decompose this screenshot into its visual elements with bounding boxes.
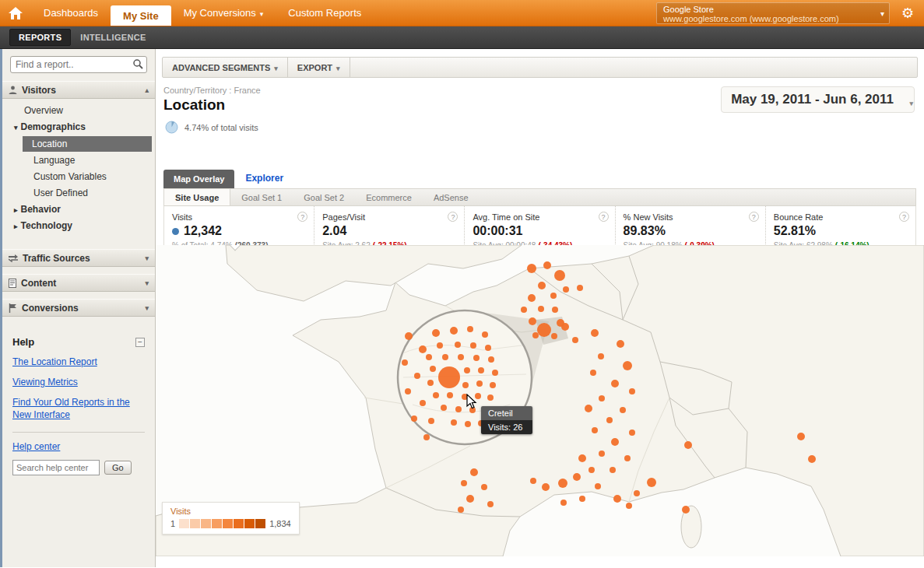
help-icon[interactable]: ?: [448, 212, 458, 222]
city-dot[interactable]: [420, 400, 426, 406]
city-dot[interactable]: [598, 353, 604, 359]
help-link-find-your-old-reports-in-the-new-interface[interactable]: Find Your Old Reports in the New Interfa…: [12, 396, 145, 421]
city-dot[interactable]: [588, 467, 595, 473]
city-dot[interactable]: [542, 483, 550, 491]
city-dot[interactable]: [402, 359, 408, 366]
city-dot[interactable]: [492, 370, 498, 376]
city-dot[interactable]: [550, 293, 557, 299]
sidebar-item-location[interactable]: Location: [23, 136, 152, 152]
city-dot[interactable]: [455, 406, 462, 412]
city-dot[interactable]: [426, 354, 432, 360]
city-dot[interactable]: [585, 405, 592, 412]
city-dot[interactable]: [482, 331, 488, 338]
city-dot[interactable]: [430, 366, 436, 372]
city-dot[interactable]: [590, 370, 596, 376]
city-dot[interactable]: [552, 307, 558, 313]
city-dot[interactable]: [432, 329, 440, 337]
city-dot[interactable]: [530, 478, 536, 484]
city-dot[interactable]: [481, 484, 487, 490]
city-dot[interactable]: [599, 395, 605, 401]
city-dot[interactable]: [629, 430, 635, 436]
city-dot[interactable]: [579, 496, 585, 502]
help-icon[interactable]: ?: [749, 212, 759, 222]
city-dot[interactable]: [599, 451, 605, 457]
city-dot[interactable]: [464, 367, 470, 373]
city-dot[interactable]: [647, 478, 656, 487]
sidebar-section-content[interactable]: Content: [2, 274, 155, 292]
city-dot[interactable]: [490, 382, 496, 388]
city-dot[interactable]: [611, 438, 619, 446]
help-search-input[interactable]: [12, 460, 100, 475]
city-dot[interactable]: [411, 415, 417, 422]
city-dot[interactable]: [606, 417, 613, 423]
city-dot[interactable]: [577, 285, 583, 291]
city-dot[interactable]: [617, 340, 624, 348]
city-dot[interactable]: [405, 332, 413, 340]
search-icon[interactable]: [133, 59, 143, 69]
city-dot[interactable]: [462, 382, 469, 388]
city-dot[interactable]: [532, 332, 539, 338]
city-dot[interactable]: [476, 380, 483, 387]
city-dot[interactable]: [538, 282, 546, 289]
city-dot[interactable]: [466, 495, 474, 503]
city-dot[interactable]: [458, 354, 464, 360]
city-dot[interactable]: [560, 500, 567, 506]
geo-map[interactable]: Creteil Visits: 26 Visits 1 1,834: [156, 245, 924, 556]
city-dot[interactable]: [437, 342, 443, 349]
city-dot[interactable]: [423, 434, 430, 440]
city-dot[interactable]: [529, 317, 536, 325]
city-dot[interactable]: [610, 467, 616, 473]
home-button[interactable]: [0, 0, 31, 26]
intelligence-button[interactable]: INTELLIGENCE: [80, 33, 146, 42]
city-dot[interactable]: [538, 306, 544, 312]
city-dot[interactable]: [488, 356, 494, 363]
city-dot[interactable]: [438, 366, 460, 388]
city-dot[interactable]: [458, 507, 464, 513]
find-report-input[interactable]: [10, 56, 147, 73]
city-dot[interactable]: [442, 354, 448, 360]
city-dot[interactable]: [563, 286, 569, 293]
account-selector[interactable]: Google Store www.googlestore.com (www.go…: [656, 2, 890, 24]
nav-item-my-conversions[interactable]: My Conversions: [171, 0, 276, 26]
city-dot[interactable]: [554, 270, 565, 281]
city-dot[interactable]: [634, 490, 640, 496]
subtab-adsense[interactable]: AdSense: [423, 189, 480, 205]
tab-map-overlay[interactable]: Map Overlay: [163, 170, 234, 188]
reports-button[interactable]: REPORTS: [9, 29, 71, 46]
city-dot[interactable]: [808, 455, 816, 463]
advanced-segments-button[interactable]: ADVANCED SEGMENTS: [163, 58, 288, 77]
help-icon[interactable]: ?: [899, 212, 909, 222]
nav-item-my-site[interactable]: My Site: [111, 5, 171, 26]
help-go-button[interactable]: Go: [104, 461, 132, 475]
sidebar-section-traffic-sources[interactable]: Traffic Sources: [2, 249, 155, 267]
sidebar-section-visitors[interactable]: Visitors: [2, 81, 155, 99]
city-dot[interactable]: [543, 261, 551, 269]
city-dot[interactable]: [592, 427, 598, 433]
nav-item-custom-reports[interactable]: Custom Reports: [276, 0, 374, 26]
city-dot[interactable]: [573, 473, 581, 481]
sidebar-item-user-defined[interactable]: User Defined: [2, 185, 155, 202]
city-dot[interactable]: [428, 418, 434, 424]
help-link-viewing-metrics[interactable]: Viewing Metrics: [12, 376, 145, 388]
subtab-site-usage[interactable]: Site Usage: [164, 189, 230, 205]
minimize-icon[interactable]: −: [135, 338, 145, 347]
city-dot[interactable]: [551, 333, 557, 339]
help-center-link[interactable]: Help center: [12, 440, 145, 453]
city-dot[interactable]: [441, 405, 447, 411]
sidebar-item-technology[interactable]: Technology: [2, 218, 155, 234]
help-link-the-location-report[interactable]: The Location Report: [12, 356, 145, 368]
city-dot[interactable]: [537, 323, 551, 337]
city-dot[interactable]: [623, 361, 632, 370]
city-dot[interactable]: [624, 455, 631, 461]
sidebar-item-language[interactable]: Language: [2, 153, 155, 169]
city-dot[interactable]: [591, 329, 599, 337]
city-dot[interactable]: [447, 392, 453, 398]
help-icon[interactable]: ?: [297, 212, 307, 222]
city-dot[interactable]: [611, 380, 619, 387]
city-dot[interactable]: [682, 506, 690, 514]
export-button[interactable]: EXPORT: [288, 58, 350, 77]
city-dot[interactable]: [487, 501, 494, 507]
date-range-selector[interactable]: May 19, 2011 - Jun 6, 2011: [721, 86, 915, 113]
city-dot[interactable]: [613, 495, 621, 503]
sidebar-item-custom-variables[interactable]: Custom Variables: [2, 169, 155, 185]
